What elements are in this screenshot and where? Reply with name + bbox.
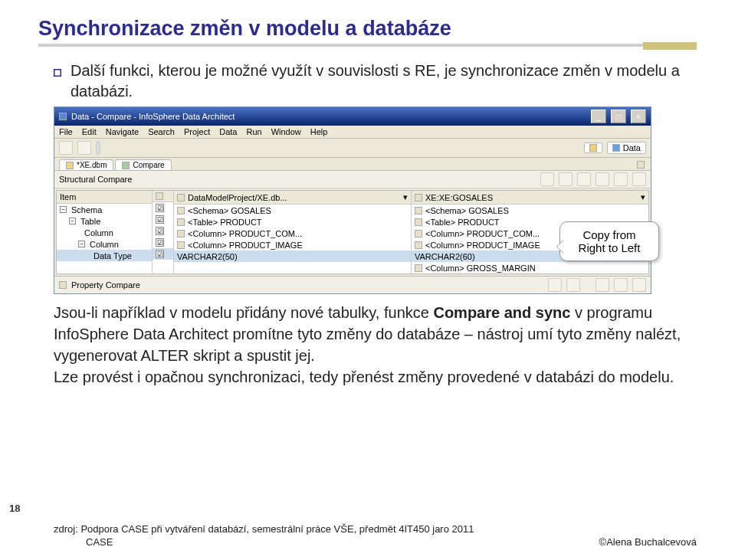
checkbox-icon[interactable]: ☑	[156, 215, 164, 224]
perspective-label: Data	[623, 143, 641, 152]
chevron-down-icon[interactable]: ▾	[641, 192, 645, 202]
tree-row[interactable]: Data Type	[57, 250, 152, 261]
menu-navigate[interactable]: Navigate	[106, 127, 139, 136]
nav-button[interactable]	[596, 278, 609, 292]
db-icon	[415, 194, 422, 201]
table-icon	[415, 218, 422, 226]
column-icon	[415, 241, 422, 249]
panel-tool-button[interactable]	[559, 172, 573, 186]
checkbox-icon[interactable]: ☑	[156, 227, 164, 235]
footer-right: ©Alena Buchalcevová	[599, 536, 697, 548]
tree-row[interactable]: −Schema	[57, 204, 152, 215]
check-cell[interactable]: ☑	[153, 237, 173, 248]
schema-icon	[177, 207, 185, 215]
body-text-bold: Compare and sync	[433, 304, 570, 321]
footer-source: zdroj: Podpora CASE při vytváření databá…	[54, 523, 697, 535]
cell-text: <Column> PRODUCT_IMAGE	[188, 241, 303, 250]
close-button[interactable]: ×	[631, 110, 646, 123]
compare-cell[interactable]: <Table> PRODUCT	[174, 216, 411, 228]
tab-xedbm[interactable]: *XE.dbm	[59, 159, 113, 170]
checkbox-icon[interactable]: ☑	[156, 204, 164, 212]
callout-tooltip: Copy from Right to Left	[559, 221, 659, 261]
cell-text: <Table> PRODUCT	[188, 218, 262, 227]
check-cell[interactable]: ☑	[153, 225, 173, 237]
table-icon	[177, 218, 185, 226]
perspective-switcher[interactable]	[584, 142, 602, 153]
perspective-data[interactable]: Data	[607, 142, 646, 154]
col-a-title: DataModelProject/XE.db...	[188, 193, 287, 202]
tab-compare[interactable]: Compare	[115, 159, 171, 170]
check-cell[interactable]: ☑	[153, 248, 173, 260]
copy-left-to-right-button[interactable]	[548, 278, 562, 292]
footer-left: CASE	[86, 536, 113, 548]
menu-run[interactable]: Run	[246, 127, 261, 136]
panel-tool-button[interactable]	[577, 172, 591, 186]
property-compare-panel: Property Compare	[54, 276, 651, 293]
header-icon	[156, 192, 163, 200]
tab-label: Compare	[133, 161, 164, 169]
panel-tool-button[interactable]	[596, 172, 609, 186]
chevron-down-icon[interactable]: ▾	[403, 192, 408, 202]
menu-window[interactable]: Window	[271, 127, 301, 136]
column-icon	[415, 230, 422, 237]
minimize-button[interactable]: _	[591, 110, 606, 123]
square-bullet-icon	[54, 66, 61, 74]
compare-cell[interactable]: VARCHAR2(50)	[174, 251, 411, 262]
check-header	[153, 191, 173, 202]
nav-button[interactable]	[614, 278, 628, 292]
maximize-view-icon[interactable]	[637, 161, 645, 169]
compare-cell[interactable]: <Column> GROSS_MARGIN	[412, 262, 648, 273]
maximize-button[interactable]: □	[611, 110, 626, 123]
cell-text: <Table> PRODUCT	[425, 218, 500, 227]
check-cell[interactable]	[153, 260, 173, 271]
body-paragraph-2: Lze provést i opačnou synchronizaci, ted…	[54, 366, 689, 388]
check-column: ☑ ☑ ☑ ☑ ☑	[153, 191, 174, 273]
column-icon	[415, 264, 422, 272]
panel-tool-button[interactable]	[540, 172, 554, 186]
editor-tabs: *XE.dbm Compare	[54, 158, 651, 171]
tree-row[interactable]	[57, 261, 152, 273]
tree-row[interactable]: −Column	[57, 238, 152, 250]
checkbox-icon[interactable]: ☑	[156, 250, 164, 258]
app-icon	[59, 113, 67, 120]
compare-cell[interactable]: <Column> PRODUCT_COM...	[174, 228, 411, 239]
collapse-icon[interactable]: −	[78, 241, 85, 247]
panel-tool-button[interactable]	[614, 172, 628, 186]
col-a-header: DataModelProject/XE.db...▾	[174, 191, 411, 205]
compare-cell[interactable]: <Schema> GOSALES	[174, 205, 411, 216]
compare-cell[interactable]: <Schema> GOSALES	[412, 205, 648, 216]
cell-text: VARCHAR2(50)	[177, 252, 238, 261]
menu-file[interactable]: File	[59, 127, 73, 136]
menu-data[interactable]: Data	[219, 127, 237, 136]
tree-row[interactable]: −Table	[57, 215, 152, 227]
compare-cell[interactable]	[174, 262, 411, 273]
checkbox-icon[interactable]: ☑	[156, 238, 164, 247]
tree-label: Column	[84, 228, 113, 237]
column-icon	[177, 230, 185, 237]
collapse-icon[interactable]: −	[60, 206, 67, 213]
tree-row[interactable]: Column	[57, 227, 152, 238]
screenshot-wrapper: Data - Compare - InfoSphere Data Archite…	[38, 106, 697, 294]
toolbar-button[interactable]	[96, 141, 100, 155]
cell-text: <Schema> GOSALES	[188, 206, 271, 215]
tree-label: Column	[90, 240, 119, 249]
schema-icon	[415, 207, 422, 215]
nav-button[interactable]	[632, 278, 646, 292]
toolbar-button[interactable]	[77, 141, 91, 155]
compare-cell[interactable]: <Column> PRODUCT_IMAGE	[174, 239, 411, 251]
cell-text: <Column> PRODUCT_COM...	[188, 229, 302, 238]
check-cell[interactable]: ☑	[153, 202, 173, 214]
tab-label: *XE.dbm	[77, 161, 107, 169]
footer: zdroj: Podpora CASE při vytváření databá…	[38, 523, 697, 548]
menu-project[interactable]: Project	[184, 127, 210, 136]
menu-search[interactable]: Search	[148, 127, 175, 136]
collapse-icon[interactable]: −	[69, 218, 76, 224]
menu-edit[interactable]: Edit	[82, 127, 97, 136]
check-cell[interactable]: ☑	[153, 214, 173, 225]
toolbar-button[interactable]	[59, 141, 73, 155]
panel-tool-button[interactable]	[632, 172, 646, 186]
menu-help[interactable]: Help	[310, 127, 328, 136]
copy-right-to-left-button[interactable]	[566, 278, 580, 292]
body-paragraph-1: Jsou-li například v modelu přidány nové …	[54, 302, 689, 366]
model-file-icon	[66, 162, 74, 169]
